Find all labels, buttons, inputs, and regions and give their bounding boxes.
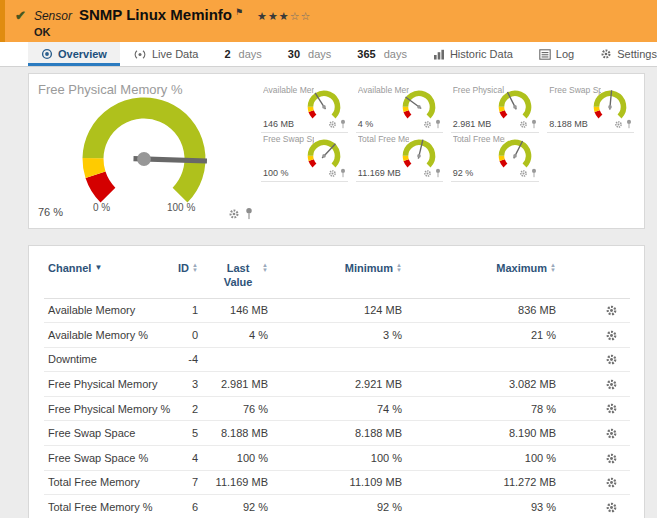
channel-maximum: 21 % [402, 323, 556, 348]
tab-2-days-number: 2 [224, 48, 230, 60]
gauge-settings-gear-icon[interactable] [519, 120, 528, 129]
tab-log-label: Log [556, 48, 574, 60]
channel-name: Downtime [44, 347, 164, 372]
mini-gauge-chart [304, 87, 344, 122]
channel-minimum: 100 % [268, 446, 402, 471]
channel-last-value: 100 % [198, 446, 268, 471]
star-filled-icon: ★ [257, 10, 268, 22]
column-header-maximum[interactable]: Maximum▲▼ [402, 258, 556, 298]
channel-settings-gear-icon[interactable] [605, 378, 618, 391]
sort-icon: ▲▼ [396, 263, 402, 273]
settings-gear-icon [600, 48, 612, 60]
column-header-last-value[interactable]: Last Value▲▼ [198, 258, 268, 298]
gauge-settings-gear-icon[interactable] [228, 208, 240, 220]
status-ok-check-icon: ✔ [15, 8, 26, 23]
tab-historic-data[interactable]: Historic Data [420, 42, 526, 66]
gauge-max-label: 100 % [167, 202, 195, 213]
channel-minimum: 8.188 MB [268, 421, 402, 446]
gauge-pin-icon[interactable] [435, 119, 441, 129]
tab-2-days-word: days [239, 48, 262, 60]
channel-settings-gear-icon[interactable] [605, 402, 618, 415]
tab-settings-label: Settings [617, 48, 657, 60]
sensor-header: ✔ Sensor SNMP Linux Meminfo ⚑ ★★★☆☆ OK [0, 0, 657, 42]
tab-overview[interactable]: Overview [28, 42, 120, 66]
tab-30-days[interactable]: 30days [275, 42, 345, 66]
gauge-pin-icon[interactable] [626, 119, 632, 129]
column-header-id[interactable]: ID▲▼ [164, 258, 198, 298]
gauge-pin-icon[interactable] [245, 207, 253, 220]
channel-id: 5 [164, 421, 198, 446]
gauge-min-label: 0 % [93, 202, 110, 213]
tab-overview-label: Overview [58, 48, 107, 60]
tab-365-days[interactable]: 365days [344, 42, 420, 66]
table-row: Total Free Memory 7 11.169 MB 11.109 MB … [44, 470, 630, 495]
channel-settings-gear-icon[interactable] [605, 353, 618, 366]
channels-table: Channel▼ ID▲▼ Last Value▲▼ Minimum▲▼ Max… [44, 258, 630, 518]
column-header-id-label: ID [178, 262, 189, 274]
sort-icon: ▲▼ [262, 263, 268, 273]
channel-name: Available Memory % [44, 323, 164, 348]
channel-minimum: 124 MB [268, 298, 402, 323]
channel-name: Free Swap Space [44, 421, 164, 446]
tab-live-data-label: Live Data [152, 48, 198, 60]
gauge-settings-gear-icon[interactable] [519, 169, 528, 178]
column-header-actions [556, 258, 630, 298]
overview-icon [41, 48, 53, 60]
gauge-pin-icon[interactable] [531, 119, 537, 129]
channel-settings-gear-icon[interactable] [605, 501, 618, 514]
primary-gauge-chart [69, 84, 219, 216]
channel-id: 7 [164, 470, 198, 495]
gauge-settings-gear-icon[interactable] [423, 169, 432, 178]
gauges-panel: Free Physical Memory % 0 % 100 % 76 % Av… [28, 73, 645, 229]
channel-maximum: 836 MB [402, 298, 556, 323]
priority-stars[interactable]: ★★★☆☆ [257, 10, 311, 23]
channel-id: 0 [164, 323, 198, 348]
channel-last-value: 146 MB [198, 298, 268, 323]
sensor-status-badge: OK [34, 26, 312, 38]
gauge-settings-gear-icon[interactable] [423, 120, 432, 129]
column-header-minimum[interactable]: Minimum▲▼ [268, 258, 402, 298]
channel-settings-gear-icon[interactable] [605, 304, 618, 317]
mini-gauge-chart [590, 87, 630, 122]
tab-settings[interactable]: Settings [587, 42, 657, 66]
tab-log[interactable]: Log [526, 42, 587, 66]
mini-gauge-free-physical-memory: Free Physical Memory 2.981 MB [451, 84, 540, 133]
channel-maximum: 8.190 MB [402, 421, 556, 446]
gauge-settings-gear-icon[interactable] [328, 120, 337, 129]
star-empty-icon: ☆ [290, 10, 301, 22]
gauge-pin-icon[interactable] [340, 168, 346, 178]
channel-last-value: 92 % [198, 495, 268, 518]
channel-settings-gear-icon[interactable] [605, 476, 618, 489]
channel-id: -4 [164, 347, 198, 372]
channel-last-value [198, 347, 268, 372]
gauge-pin-icon[interactable] [531, 168, 537, 178]
flag-icon[interactable]: ⚑ [235, 7, 243, 17]
mini-gauge-chart [399, 87, 439, 122]
mini-gauge-empty-slot [547, 133, 634, 182]
gauge-settings-gear-icon[interactable] [614, 120, 623, 129]
gauge-settings-gear-icon[interactable] [328, 169, 337, 178]
channel-minimum [268, 347, 402, 372]
channel-last-value: 8.188 MB [198, 421, 268, 446]
mini-gauge-chart [399, 136, 439, 171]
channel-settings-gear-icon[interactable] [605, 329, 618, 342]
channel-settings-gear-icon[interactable] [605, 427, 618, 440]
table-row: Free Physical Memory % 2 76 % 74 % 78 % [44, 396, 630, 421]
mini-gauge-chart [495, 87, 535, 122]
column-header-last-value-label: Last Value [217, 262, 259, 290]
sort-desc-icon: ▼ [94, 263, 102, 272]
star-filled-icon: ★ [268, 10, 279, 22]
gauge-pin-icon[interactable] [435, 168, 441, 178]
sort-icon: ▲▼ [550, 263, 556, 273]
mini-gauges-grid: Available Memory 146 MB Available Memory… [261, 74, 644, 228]
tab-live-data[interactable]: Live Data [120, 42, 211, 66]
column-header-channel[interactable]: Channel▼ [44, 258, 164, 298]
tab-2-days[interactable]: 2days [211, 42, 274, 66]
column-header-channel-label: Channel [48, 262, 91, 274]
table-row: Free Swap Space % 4 100 % 100 % 100 % [44, 446, 630, 471]
channel-minimum: 2.921 MB [268, 372, 402, 397]
gauge-pin-icon[interactable] [340, 119, 346, 129]
historic-data-chart-icon [433, 49, 445, 60]
header-accent-stripe [0, 0, 5, 42]
channel-settings-gear-icon[interactable] [605, 452, 618, 465]
